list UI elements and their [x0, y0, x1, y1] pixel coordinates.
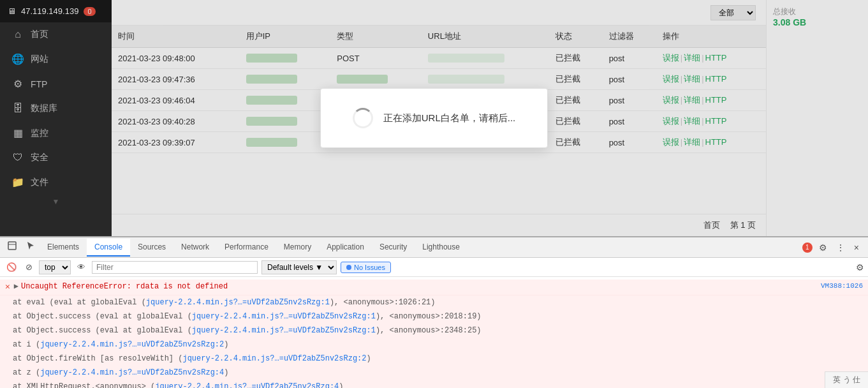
tab-network[interactable]: Network	[173, 239, 217, 257]
devtools-icon-cursor[interactable]	[22, 237, 40, 257]
issues-dot	[346, 265, 351, 270]
trace-link-5[interactable]: jquery-2.2.4.min.js?…=uVDf2abZ5nv2sRzg:2	[182, 354, 366, 363]
console-settings-btn[interactable]: ⚙	[856, 262, 864, 272]
console-eye-btn[interactable]: 👁	[75, 261, 88, 273]
tab-performance[interactable]: Performance	[217, 239, 276, 257]
tab-console[interactable]: Console	[87, 239, 130, 257]
trace-line-5: at Object.fireWith [as resolveWith] (jqu…	[0, 352, 868, 366]
tab-security[interactable]: Security	[372, 239, 415, 257]
error-count: 1	[805, 244, 809, 251]
trace-line-4: at i (jquery-2.2.4.min.js?…=uVDf2abZ5nv2…	[0, 338, 868, 352]
issues-label: No Issues	[354, 264, 385, 271]
modal-box: 正在添加URL白名单，请稍后...	[320, 88, 548, 148]
tab-memory[interactable]: Memory	[276, 239, 319, 257]
console-toolbar: 🚫 ⊘ top 👁 Default levels ▼ No Issues ⚙	[0, 258, 868, 277]
devtools-panel: Elements Console Sources Network Perform…	[0, 236, 868, 388]
tab-elements[interactable]: Elements	[40, 239, 87, 257]
console-clear-btn[interactable]: 🚫	[4, 261, 19, 273]
svg-rect-0	[8, 242, 16, 250]
console-filter-input[interactable]	[92, 261, 258, 274]
error-icon: ✕	[5, 281, 10, 294]
error-count-badge: 1	[802, 243, 813, 253]
issues-badge[interactable]: No Issues	[341, 262, 391, 273]
trace-link-4[interactable]: jquery-2.2.4.min.js?…=uVDf2abZ5nv2sRzg:2	[40, 340, 224, 349]
trace-line-7: at XMLHttpRequest.<anonymous> (jquery-2.…	[0, 380, 868, 389]
trace-link-7[interactable]: jquery-2.2.4.min.js?…=uVDf2abZ5nv2sRzg:4	[155, 382, 339, 389]
tab-sources[interactable]: Sources	[130, 239, 173, 257]
line-number[interactable]: VM388:1026	[821, 281, 863, 292]
loading-spinner	[353, 108, 373, 128]
trace-link-2[interactable]: jquery-2.2.4.min.js?…=uVDf2abZ5nv2sRzg:1	[192, 312, 376, 321]
modal-overlay: 正在添加URL白名单，请稍后...	[0, 0, 868, 236]
expand-triangle[interactable]: ▶	[14, 281, 18, 292]
devtools-more-btn[interactable]: ⋮	[834, 241, 848, 254]
log-level-select[interactable]: Default levels ▼	[261, 260, 337, 274]
trace-link-3[interactable]: jquery-2.2.4.min.js?…=uVDf2abZ5nv2sRzg:1	[192, 326, 376, 335]
modal-text: 正在添加URL白名单，请稍后...	[383, 112, 516, 124]
trace-line-1: at eval (eval at globalEval (jquery-2.2.…	[0, 295, 868, 310]
trace-link-1[interactable]: jquery-2.2.4.min.js?…=uVDf2abZ5nv2sRzg:1	[146, 298, 330, 307]
trace-line-2: at Object.success (eval at globalEval (j…	[0, 310, 868, 324]
devtools-icons: 1 ⚙ ⋮ ×	[798, 241, 865, 254]
console-output: ✕ ▶ Uncaught ReferenceError: rdata is no…	[0, 277, 868, 388]
devtools-tabs-bar: Elements Console Sources Network Perform…	[0, 237, 868, 258]
context-select[interactable]: top	[39, 260, 71, 274]
watermark: 英 う 仕	[825, 371, 868, 388]
trace-line-6: at z (jquery-2.2.4.min.js?…=uVDf2abZ5nv2…	[0, 366, 868, 380]
error-line-main: ✕ ▶ Uncaught ReferenceError: rdata is no…	[0, 280, 868, 295]
tab-lighthouse[interactable]: Lighthouse	[415, 239, 467, 257]
console-filter-toggle[interactable]: ⊘	[23, 261, 35, 273]
trace-link-6[interactable]: jquery-2.2.4.min.js?…=uVDf2abZ5nv2sRzg:4	[40, 368, 224, 377]
error-text: Uncaught ReferenceError: rdata is not de…	[21, 281, 228, 292]
devtools-settings-btn[interactable]: ⚙	[816, 241, 830, 254]
devtools-icon-inspect[interactable]	[3, 237, 22, 257]
tab-application[interactable]: Application	[319, 239, 372, 257]
trace-line-3: at Object.success (eval at globalEval (j…	[0, 324, 868, 338]
devtools-close-btn[interactable]: ×	[851, 241, 862, 254]
